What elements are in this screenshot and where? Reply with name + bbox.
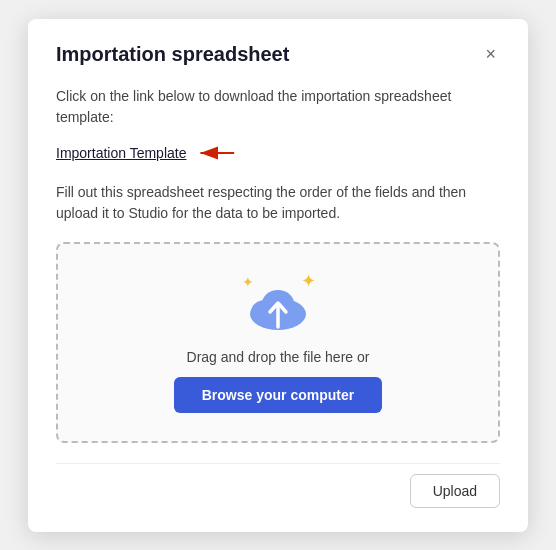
drop-zone[interactable]: ✦ ✦ Drag and drop the file here or Brows… [56, 242, 500, 443]
modal-header: Importation spreadsheet × [56, 43, 500, 66]
modal-title: Importation spreadsheet [56, 43, 289, 66]
browse-computer-button[interactable]: Browse your computer [174, 377, 382, 413]
red-arrow-icon [196, 142, 240, 164]
drag-drop-text: Drag and drop the file here or [187, 349, 370, 365]
template-link[interactable]: Importation Template [56, 145, 186, 161]
description-text: Click on the link below to download the … [56, 86, 500, 128]
close-button[interactable]: × [481, 43, 500, 65]
modal-footer: Upload [56, 463, 500, 508]
sparkle-right-icon: ✦ [301, 270, 316, 292]
template-link-row: Importation Template [56, 142, 500, 164]
fill-instructions-text: Fill out this spreadsheet respecting the… [56, 182, 500, 224]
sparkle-left-icon: ✦ [242, 274, 254, 290]
cloud-upload-icon: ✦ ✦ [238, 272, 318, 337]
importation-modal: Importation spreadsheet × Click on the l… [28, 19, 528, 532]
upload-button[interactable]: Upload [410, 474, 500, 508]
